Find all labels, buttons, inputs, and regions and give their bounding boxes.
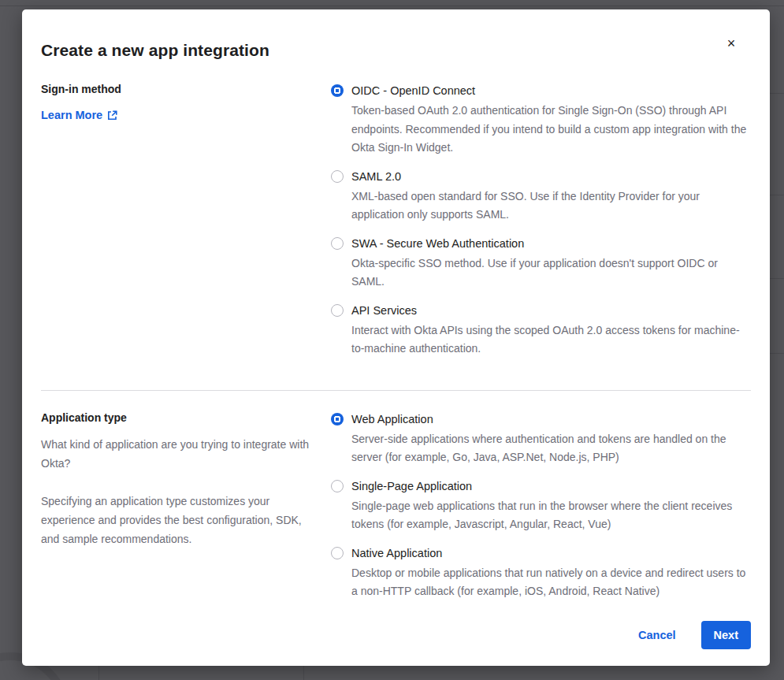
- application-type-help-text: What kind of application are you trying …: [41, 435, 312, 473]
- radio-native-application[interactable]: [331, 547, 344, 559]
- dialog-title: Create a new app integration: [41, 41, 751, 60]
- option-description: Single-page web applications that run in…: [351, 497, 750, 534]
- radio-swa[interactable]: [331, 237, 344, 250]
- background-page-edge: [0, 6, 784, 6]
- option-label[interactable]: API Services: [351, 303, 751, 318]
- apptype-option-spa[interactable]: Single-Page Application Single-page web …: [331, 478, 751, 534]
- cancel-button[interactable]: Cancel: [638, 629, 676, 641]
- option-description: Interact with Okta APIs using the scoped…: [351, 321, 750, 359]
- option-label[interactable]: SWA - Secure Web Authentication: [351, 236, 751, 251]
- external-link-icon: [107, 110, 117, 121]
- learn-more-link[interactable]: Learn More: [41, 109, 117, 121]
- radio-oidc-selected[interactable]: [331, 84, 344, 97]
- radio-web-application-selected[interactable]: [331, 413, 344, 425]
- option-description: XML-based open standard for SSO. Use if …: [351, 188, 750, 225]
- background-row-divider: [768, 353, 784, 354]
- signin-method-options: OIDC - OpenID Connect Token-based OAuth …: [331, 83, 751, 370]
- radio-saml[interactable]: [331, 170, 344, 183]
- option-description: Desktop or mobile applications that run …: [351, 564, 750, 601]
- signin-option-swa[interactable]: SWA - Secure Web Authentication Okta-spe…: [331, 236, 751, 292]
- application-type-left-column: Application type What kind of applicatio…: [41, 411, 331, 612]
- application-type-options: Web Application Server-side applications…: [331, 411, 751, 612]
- next-button[interactable]: Next: [701, 621, 751, 649]
- background-row-divider: [768, 278, 784, 279]
- background-column-divider: [303, 666, 304, 680]
- option-label[interactable]: Single-Page Application: [351, 478, 751, 494]
- option-description: Server-side applications where authentic…: [351, 430, 750, 467]
- signin-method-label: Sign-in method: [41, 83, 312, 95]
- signin-option-oidc[interactable]: OIDC - OpenID Connect Token-based OAuth …: [331, 83, 751, 158]
- application-type-label: Application type: [41, 411, 312, 424]
- radio-api-services[interactable]: [331, 304, 344, 317]
- option-description: Token-based OAuth 2.0 authentication for…: [351, 102, 750, 158]
- dimmed-background: × Create a new app integration Sign-in m…: [0, 0, 784, 680]
- signin-option-saml[interactable]: SAML 2.0 XML-based open standard for SSO…: [331, 169, 751, 225]
- background-column-divider: [98, 666, 99, 680]
- signin-method-section: Sign-in method Learn More: [41, 83, 751, 370]
- apptype-option-web[interactable]: Web Application Server-side applications…: [331, 411, 751, 467]
- signin-option-api-services[interactable]: API Services Interact with Okta APIs usi…: [331, 303, 751, 359]
- create-app-integration-dialog: × Create a new app integration Sign-in m…: [22, 9, 770, 666]
- option-label[interactable]: Web Application: [351, 411, 751, 427]
- application-type-help-text: Specifying an application type customize…: [41, 492, 312, 548]
- background-row-divider: [768, 93, 784, 94]
- dialog-footer: Cancel Next: [638, 621, 751, 649]
- apptype-option-native[interactable]: Native Application Desktop or mobile app…: [331, 545, 751, 601]
- option-label[interactable]: Native Application: [351, 545, 751, 561]
- option-label[interactable]: SAML 2.0: [351, 169, 751, 184]
- option-label[interactable]: OIDC - OpenID Connect: [351, 83, 751, 98]
- learn-more-label: Learn More: [41, 109, 102, 121]
- option-description: Okta-specific SSO method. Use if your ap…: [351, 255, 750, 292]
- signin-method-left-column: Sign-in method Learn More: [41, 83, 331, 370]
- close-icon[interactable]: ×: [723, 35, 740, 52]
- radio-single-page-application[interactable]: [331, 480, 344, 492]
- application-type-section: Application type What kind of applicatio…: [41, 391, 751, 612]
- background-row-divider: [768, 195, 784, 195]
